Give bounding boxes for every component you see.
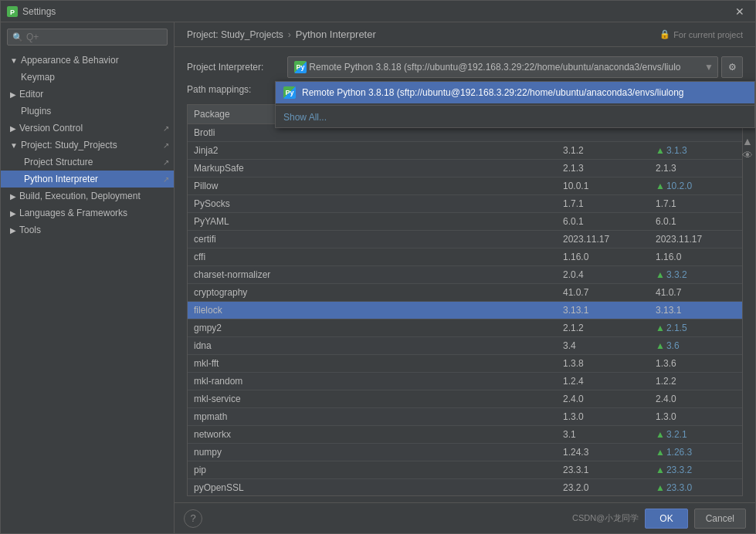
sidebar-item-label: Tools (19, 225, 41, 235)
table-row[interactable]: filelock 3.13.1 3.13.1 (188, 302, 742, 319)
packages-table: Package Brotli Jinja2 3.1.2 ▲3.1.3 Marku… (188, 105, 742, 496)
table-row[interactable]: PyYAML 6.0.1 6.0.1 (188, 213, 742, 231)
cancel-button[interactable]: Cancel (694, 509, 746, 529)
table-row[interactable]: Pillow 10.0.1 ▲10.2.0 (188, 177, 742, 195)
sidebar-item-tools[interactable]: ▶Tools (1, 221, 174, 238)
package-version: 6.0.1 (557, 213, 649, 231)
external-icon: ↗ (163, 141, 169, 150)
table-row[interactable]: charset-normalizer 2.0.4 ▲3.3.2 (188, 266, 742, 284)
ok-button[interactable]: OK (645, 509, 687, 529)
package-version: 23.2.0 (557, 479, 649, 497)
package-name: networkx (188, 426, 557, 444)
sidebar-item-project-structure[interactable]: Project Structure↗ (1, 154, 174, 171)
sidebar-item-build-exec[interactable]: ▶Build, Execution, Deployment (1, 188, 174, 204)
eye-button[interactable]: 👁 (741, 149, 754, 161)
table-row[interactable]: idna 3.4 ▲3.6 (188, 337, 742, 355)
package-version: 1.16.0 (557, 248, 649, 266)
remote-python-icon: Py (294, 61, 307, 73)
close-button[interactable]: ✕ (731, 4, 749, 19)
package-latest: 2.1.3 (649, 160, 742, 177)
package-version: 3.1.2 (557, 142, 649, 160)
table-row[interactable]: mkl-random 1.2.4 1.2.2 (188, 373, 742, 390)
package-latest: 1.16.0 (649, 248, 742, 266)
package-name: PySocks (188, 195, 557, 213)
interpreter-select-wrapper: Py Remote Python 3.8.18 (sftp://ubuntu@1… (287, 56, 718, 78)
nav-arrow-icon: ▼ (10, 56, 18, 65)
package-version: 2.4.0 (557, 390, 649, 408)
help-button[interactable]: ? (184, 509, 202, 528)
table-row[interactable]: pip 23.3.1 ▲23.3.2 (188, 461, 742, 479)
package-name: PyYAML (188, 213, 557, 231)
interpreter-select[interactable]: Py Remote Python 3.8.18 (sftp://ubuntu@1… (287, 56, 718, 78)
packages-section: Package Brotli Jinja2 3.1.2 ▲3.1.3 Marku… (175, 104, 755, 502)
package-version: 10.0.1 (557, 177, 649, 195)
package-latest: 2.4.0 (649, 390, 742, 408)
package-latest: 1.2.2 (649, 373, 742, 390)
packages-table-container[interactable]: Package Brotli Jinja2 3.1.2 ▲3.1.3 Marku… (187, 104, 743, 496)
sidebar-item-label: Keymap (21, 72, 55, 83)
search-input[interactable] (26, 32, 162, 42)
gear-button[interactable]: ⚙ (721, 56, 743, 78)
package-latest: 6.0.1 (649, 213, 742, 231)
sidebar-item-keymap[interactable]: Keymap (1, 69, 174, 86)
package-version: 2.0.4 (557, 266, 649, 284)
watermark: CSDN@小龙同学 (572, 512, 639, 524)
upgrade-package-button[interactable]: ▲ (741, 135, 754, 147)
table-row[interactable]: certifi 2023.11.17 2023.11.17 (188, 231, 742, 248)
package-name: cryptography (188, 284, 557, 302)
table-row[interactable]: MarkupSafe 2.1.3 2.1.3 (188, 160, 742, 177)
package-latest: ▲1.26.3 (649, 444, 742, 461)
sidebar-item-project[interactable]: ▼Project: Study_Projects↗ (1, 137, 174, 154)
table-row[interactable]: mkl-service 2.4.0 2.4.0 (188, 390, 742, 408)
package-latest: ▲3.2.1 (649, 426, 742, 444)
table-row[interactable]: pyOpenSSL 23.2.0 ▲23.3.0 (188, 479, 742, 497)
package-version: 1.3.8 (557, 355, 649, 373)
table-row[interactable]: Jinja2 3.1.2 ▲3.1.3 (188, 142, 742, 160)
interpreter-value: Remote Python 3.8.18 (sftp://ubuntu@192.… (309, 62, 680, 73)
breadcrumb-separator: › (288, 29, 291, 40)
table-row[interactable]: cffi 1.16.0 1.16.0 (188, 248, 742, 266)
nav-arrow-icon: ▼ (10, 141, 18, 150)
show-all-button[interactable]: Show All... (276, 107, 754, 127)
package-name: pyOpenSSL (188, 479, 557, 497)
table-row[interactable]: cryptography 41.0.7 41.0.7 (188, 284, 742, 302)
breadcrumb: Project: Study_Projects › Python Interpr… (175, 22, 755, 47)
sidebar-item-label: Project: Study_Projects (21, 140, 117, 150)
package-latest: 41.0.7 (649, 284, 742, 302)
package-latest: ▲23.3.0 (649, 479, 742, 497)
settings-window: P Settings ✕ 🔍 ▼Appearance & BehaviorKey… (0, 0, 756, 534)
breadcrumb-current: Python Interpreter (296, 29, 376, 40)
table-row[interactable]: networkx 3.1 ▲3.2.1 (188, 426, 742, 444)
interpreter-label: Project Interpreter: (187, 62, 287, 73)
sidebar: 🔍 ▼Appearance & BehaviorKeymap▶EditorPlu… (1, 22, 175, 533)
sidebar-item-appearance[interactable]: ▼Appearance & Behavior (1, 52, 174, 69)
footer-buttons: CSDN@小龙同学 OK Cancel (566, 509, 746, 529)
sidebar-item-python-interpreter[interactable]: Python Interpreter↗ (1, 171, 174, 188)
sidebar-item-label: Plugins (21, 106, 51, 117)
search-box[interactable]: 🔍 (7, 29, 168, 46)
sidebar-item-languages[interactable]: ▶Languages & Frameworks (1, 204, 174, 221)
sidebar-item-plugins[interactable]: Plugins (1, 103, 174, 120)
package-latest: ▲3.3.2 (649, 266, 742, 284)
sidebar-item-editor[interactable]: ▶Editor (1, 86, 174, 103)
nav-arrow-icon: ▶ (10, 226, 16, 235)
table-row[interactable]: PySocks 1.7.1 1.7.1 (188, 195, 742, 213)
table-row[interactable]: mkl-fft 1.3.8 1.3.6 (188, 355, 742, 373)
sidebar-item-version-control[interactable]: ▶Version Control↗ (1, 120, 174, 137)
table-row[interactable]: gmpy2 2.1.2 ▲2.1.5 (188, 319, 742, 337)
interpreter-section: Project Interpreter: Py Remote Python 3.… (175, 47, 755, 104)
table-row[interactable]: numpy 1.24.3 ▲1.26.3 (188, 444, 742, 461)
nav-container: ▼Appearance & BehaviorKeymap▶EditorPlugi… (1, 52, 174, 238)
nav-arrow-icon: ▶ (10, 124, 16, 133)
package-latest: ▲3.6 (649, 337, 742, 355)
package-name: idna (188, 337, 557, 355)
table-row[interactable]: mpmath 1.3.0 1.3.0 (188, 408, 742, 426)
sidebar-item-label: Version Control (19, 123, 83, 134)
sidebar-item-label: Languages & Frameworks (19, 208, 127, 218)
table-actions: + − ▲ 👁 (740, 104, 755, 502)
package-name: mkl-random (188, 373, 557, 390)
dropdown-item-0[interactable]: Py Remote Python 3.8.18 (sftp://ubuntu@1… (276, 82, 754, 103)
package-version: 1.24.3 (557, 444, 649, 461)
external-icon: ↗ (163, 175, 169, 184)
external-icon: ↗ (163, 124, 169, 133)
